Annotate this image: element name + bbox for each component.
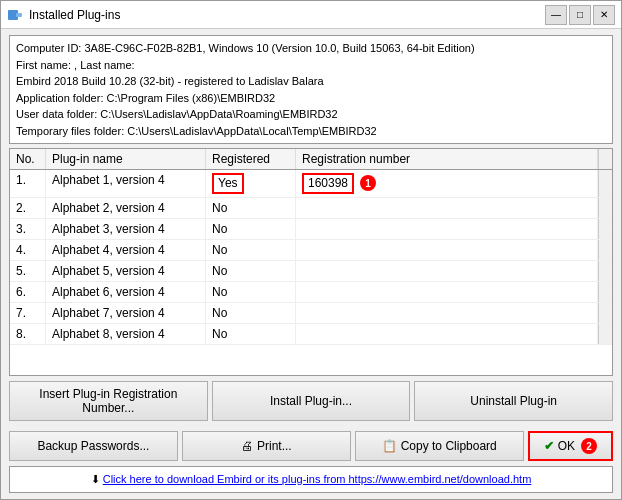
download-bar: ⬇ Click here to download Embird or its p… (9, 466, 613, 493)
cell-regnumber (296, 261, 598, 281)
cell-regnumber (296, 198, 598, 218)
button-row-2: Backup Passwords... 🖨 Print... 📋 Copy to… (9, 431, 613, 461)
col-name: Plug-in name (46, 149, 206, 169)
backup-passwords-button[interactable]: Backup Passwords... (9, 431, 178, 461)
info-line-3: Embird 2018 Build 10.28 (32-bit) - regis… (16, 73, 606, 90)
cell-scroll (598, 219, 612, 239)
title-bar: Installed Plug-ins — □ ✕ (1, 1, 621, 29)
cell-regnumber (296, 240, 598, 260)
cell-no: 2. (10, 198, 46, 218)
cell-registered: No (206, 240, 296, 260)
cell-registered: No (206, 198, 296, 218)
info-line-4: Application folder: C:\Program Files (x8… (16, 90, 606, 107)
close-button[interactable]: ✕ (593, 5, 615, 25)
cell-registered: No (206, 261, 296, 281)
table-row[interactable]: 1.Alphabet 1, version 4Yes1603981 (10, 170, 612, 198)
download-icon: ⬇ (91, 473, 100, 485)
cell-regnumber (296, 219, 598, 239)
uninstall-plugin-button[interactable]: Uninstall Plug-in (414, 381, 613, 421)
cell-regnumber (296, 282, 598, 302)
cell-registered: No (206, 282, 296, 302)
button-row-1: Insert Plug-in Registration Number... In… (9, 381, 613, 421)
table-body: 1.Alphabet 1, version 4Yes16039812.Alpha… (10, 170, 612, 375)
info-line-2: First name: , Last name: (16, 57, 606, 74)
cell-no: 4. (10, 240, 46, 260)
title-controls: — □ ✕ (545, 5, 615, 25)
cell-scroll (598, 240, 612, 260)
ok-badge: 2 (581, 438, 597, 454)
cell-name: Alphabet 6, version 4 (46, 282, 206, 302)
cell-name: Alphabet 8, version 4 (46, 324, 206, 344)
cell-registered: No (206, 219, 296, 239)
plugin-icon (7, 7, 23, 23)
maximize-button[interactable]: □ (569, 5, 591, 25)
cell-name: Alphabet 5, version 4 (46, 261, 206, 281)
cell-scroll (598, 303, 612, 323)
cell-no: 5. (10, 261, 46, 281)
cell-scroll (598, 282, 612, 302)
cell-no: 7. (10, 303, 46, 323)
table-row[interactable]: 5.Alphabet 5, version 4No (10, 261, 612, 282)
insert-registration-button[interactable]: Insert Plug-in Registration Number... (9, 381, 208, 421)
copy-to-clipboard-button[interactable]: 📋 Copy to Clipboard (355, 431, 524, 461)
info-line-6: Temporary files folder: C:\Users\Ladisla… (16, 123, 606, 140)
print-button[interactable]: 🖨 Print... (182, 431, 351, 461)
cell-registered: No (206, 303, 296, 323)
table-row[interactable]: 7.Alphabet 7, version 4No (10, 303, 612, 324)
table-row[interactable]: 3.Alphabet 3, version 4No (10, 219, 612, 240)
cell-no: 8. (10, 324, 46, 344)
main-window: Installed Plug-ins — □ ✕ Computer ID: 3A… (0, 0, 622, 500)
cell-regnumber: 1603981 (296, 170, 598, 197)
table-header: No. Plug-in name Registered Registration… (10, 149, 612, 170)
cell-no: 3. (10, 219, 46, 239)
cell-no: 6. (10, 282, 46, 302)
cell-name: Alphabet 3, version 4 (46, 219, 206, 239)
cell-scroll (598, 324, 612, 344)
table-row[interactable]: 4.Alphabet 4, version 4No (10, 240, 612, 261)
checkmark-icon: ✔ (544, 439, 554, 453)
cell-scroll (598, 261, 612, 281)
info-box: Computer ID: 3A8E-C96C-F02B-82B1, Window… (9, 35, 613, 144)
cell-regnumber (296, 303, 598, 323)
col-regnumber: Registration number (296, 149, 598, 169)
window-title: Installed Plug-ins (29, 8, 120, 22)
col-no: No. (10, 149, 46, 169)
svg-rect-1 (16, 13, 22, 17)
cell-registered: Yes (206, 170, 296, 197)
printer-icon: 🖨 (241, 439, 253, 453)
col-registered: Registered (206, 149, 296, 169)
install-plugin-button[interactable]: Install Plug-in... (212, 381, 411, 421)
table-row[interactable]: 2.Alphabet 2, version 4No (10, 198, 612, 219)
table-row[interactable]: 8.Alphabet 8, version 4No (10, 324, 612, 345)
cell-regnumber (296, 324, 598, 344)
download-link[interactable]: Click here to download Embird or its plu… (103, 473, 532, 485)
title-bar-left: Installed Plug-ins (7, 7, 120, 23)
minimize-button[interactable]: — (545, 5, 567, 25)
ok-button[interactable]: ✔ OK 2 (528, 431, 613, 461)
col-scrollbar (598, 149, 612, 169)
info-line-1: Computer ID: 3A8E-C96C-F02B-82B1, Window… (16, 40, 606, 57)
cell-scroll (598, 198, 612, 218)
cell-name: Alphabet 4, version 4 (46, 240, 206, 260)
cell-name: Alphabet 2, version 4 (46, 198, 206, 218)
cell-registered: No (206, 324, 296, 344)
cell-scroll (598, 170, 612, 197)
cell-no: 1. (10, 170, 46, 197)
table-row[interactable]: 6.Alphabet 6, version 4No (10, 282, 612, 303)
cell-name: Alphabet 7, version 4 (46, 303, 206, 323)
clipboard-icon: 📋 (382, 439, 397, 453)
plugin-table: No. Plug-in name Registered Registration… (9, 148, 613, 376)
info-line-5: User data folder: C:\Users\Ladislav\AppD… (16, 106, 606, 123)
cell-name: Alphabet 1, version 4 (46, 170, 206, 197)
